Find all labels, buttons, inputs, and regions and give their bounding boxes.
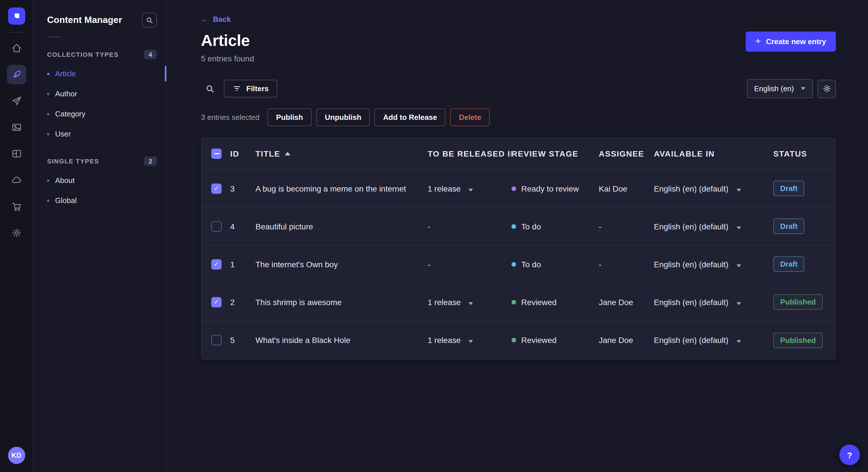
- release-label: 1 release: [428, 297, 461, 307]
- nav-transfer-button[interactable]: [7, 91, 26, 111]
- user-avatar[interactable]: KD: [8, 447, 25, 464]
- column-available-in: AVAILABLE IN: [654, 149, 773, 158]
- column-title[interactable]: TITLE: [255, 149, 428, 158]
- row-checkbox[interactable]: ✓: [211, 259, 222, 269]
- single-types-count-badge: 2: [144, 157, 157, 166]
- row-release[interactable]: 1 release: [428, 297, 512, 307]
- nav-media-library-button[interactable]: [7, 117, 26, 137]
- bullet-icon: [47, 113, 50, 115]
- row-title: What's inside a Black Hole: [255, 336, 428, 345]
- stage-dot-icon: [512, 300, 516, 304]
- row-assignee: -: [599, 222, 654, 231]
- delete-button[interactable]: Delete: [451, 108, 490, 126]
- sidebar-item-label: Author: [55, 90, 77, 98]
- create-new-entry-button[interactable]: + Create new entry: [746, 32, 836, 52]
- status-badge: Draft: [773, 256, 805, 272]
- nav-settings-button[interactable]: [7, 223, 26, 243]
- row-checkbox[interactable]: [211, 335, 222, 345]
- strapi-logo[interactable]: [8, 7, 25, 25]
- single-types-section: Single Types 2 About Global: [33, 157, 166, 210]
- row-locale[interactable]: English (en) (default): [654, 297, 773, 307]
- media-library-icon: [11, 122, 22, 133]
- table-row[interactable]: 5 What's inside a Black Hole 1 release R…: [202, 321, 835, 359]
- view-settings-button[interactable]: [817, 79, 836, 98]
- row-checkbox[interactable]: [211, 221, 222, 231]
- column-id[interactable]: ID: [230, 149, 255, 158]
- column-status: STATUS: [773, 149, 835, 158]
- unpublish-button[interactable]: Unpublish: [316, 108, 370, 126]
- nav-home-button[interactable]: [7, 38, 26, 58]
- sidebar-item-article[interactable]: Article: [33, 64, 166, 84]
- back-link[interactable]: ← Back: [201, 15, 231, 24]
- row-checkbox[interactable]: ✓: [211, 297, 222, 307]
- nav-marketplace-button[interactable]: [7, 197, 26, 216]
- row-release[interactable]: 1 release: [428, 184, 512, 193]
- back-arrow-icon: ←: [201, 15, 208, 24]
- sidebar-item-user[interactable]: User: [33, 124, 166, 144]
- sidebar-item-author[interactable]: Author: [33, 84, 166, 104]
- row-id: 4: [230, 222, 255, 231]
- row-checkbox[interactable]: ✓: [211, 183, 222, 194]
- bullet-icon: [47, 72, 50, 75]
- filters-label: Filters: [246, 84, 269, 93]
- row-locale[interactable]: English (en) (default): [654, 336, 773, 345]
- table-row[interactable]: ✓ 1 The internet's Own boy - To do - Eng…: [202, 245, 835, 283]
- row-assignee: Jane Doe: [599, 336, 654, 345]
- table-row[interactable]: ✓ 2 This shrimp is awesome 1 release Rev…: [202, 283, 835, 321]
- table-row[interactable]: ✓ 3 A bug is becoming a meme on the inte…: [202, 170, 835, 208]
- filter-icon: [232, 84, 241, 93]
- locale-label: English (en) (default): [654, 297, 728, 307]
- row-locale[interactable]: English (en) (default): [654, 184, 773, 193]
- select-all-checkbox[interactable]: [211, 148, 222, 159]
- row-review-stage: Ready to review: [512, 184, 599, 193]
- add-to-release-button[interactable]: Add to Release: [375, 108, 446, 126]
- row-release[interactable]: 1 release: [428, 336, 512, 345]
- help-button[interactable]: ?: [839, 444, 860, 465]
- locale-caret-icon: [737, 189, 741, 191]
- transfer-icon: [11, 95, 22, 107]
- locale-label: English (en) (default): [654, 336, 728, 345]
- nav-divider: [8, 32, 24, 33]
- sidebar-search-button[interactable]: [142, 12, 157, 28]
- sidebar-item-about[interactable]: About: [33, 170, 166, 191]
- table-row[interactable]: 4 Beautiful picture - To do - English (e…: [202, 208, 835, 245]
- locale-select[interactable]: English (en): [747, 79, 813, 98]
- home-icon: [11, 42, 22, 54]
- row-id: 1: [230, 260, 255, 269]
- column-title-label: TITLE: [255, 149, 280, 158]
- locale-label: English (en) (default): [654, 260, 728, 269]
- row-id: 3: [230, 184, 255, 193]
- row-title: Beautiful picture: [255, 222, 428, 231]
- locale-caret-icon: [737, 226, 741, 229]
- release-label: 1 release: [428, 336, 461, 345]
- search-icon: [206, 84, 215, 93]
- locale-caret-icon: [737, 302, 741, 305]
- sidebar-item-global[interactable]: Global: [33, 191, 166, 210]
- stage-label: Reviewed: [521, 297, 557, 307]
- row-status: Draft: [773, 218, 835, 234]
- publish-button[interactable]: Publish: [268, 108, 312, 126]
- row-locale[interactable]: English (en) (default): [654, 222, 773, 231]
- stage-label: Reviewed: [521, 336, 557, 345]
- nav-content-type-builder-button[interactable]: [7, 144, 26, 164]
- row-release[interactable]: -: [428, 222, 512, 231]
- locale-label: English (en) (default): [654, 222, 728, 231]
- row-release[interactable]: -: [428, 260, 512, 269]
- sidebar-item-label: User: [55, 130, 71, 138]
- row-locale[interactable]: English (en) (default): [654, 260, 773, 269]
- content-manager-icon: [11, 69, 22, 80]
- row-review-stage: To do: [512, 260, 599, 269]
- nav-content-manager-button[interactable]: [7, 65, 26, 84]
- filters-button[interactable]: Filters: [224, 80, 277, 98]
- chevron-down-icon: [801, 87, 805, 90]
- content-type-builder-icon: [11, 148, 22, 160]
- row-title: A bug is becoming a meme on the internet: [255, 184, 428, 193]
- sidebar-item-category[interactable]: Category: [33, 104, 166, 124]
- stage-dot-icon: [512, 338, 516, 342]
- stage-dot-icon: [512, 224, 516, 229]
- stage-dot-icon: [512, 186, 516, 191]
- row-id: 2: [230, 297, 255, 307]
- strapi-logo-icon: [12, 11, 21, 21]
- search-entries-button[interactable]: [201, 79, 219, 98]
- nav-cloud-button[interactable]: [7, 170, 26, 190]
